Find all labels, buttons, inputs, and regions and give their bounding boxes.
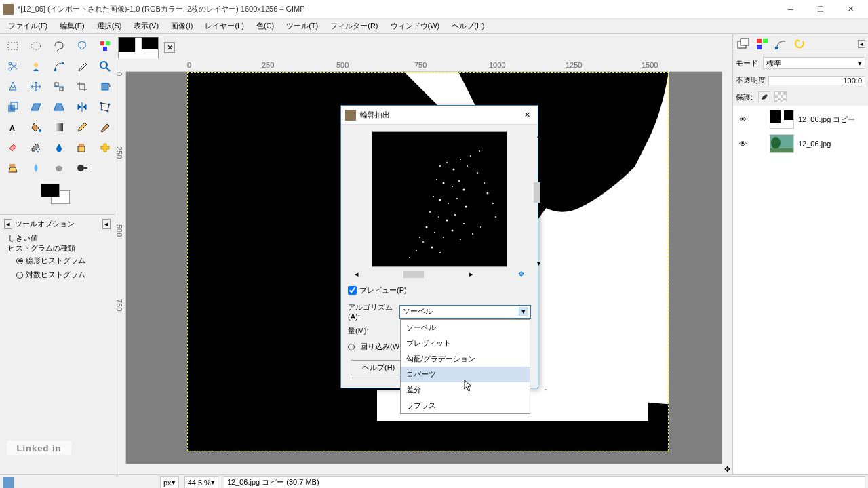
- tool-clone[interactable]: [72, 138, 92, 157]
- menu-color[interactable]: 色(C): [251, 20, 279, 33]
- menu-help[interactable]: ヘルプ(H): [446, 20, 490, 33]
- tool-scissors[interactable]: [3, 57, 23, 76]
- channels-tab-icon[interactable]: [755, 37, 770, 52]
- tool-cage[interactable]: [95, 98, 115, 117]
- opacity-value[interactable]: 100.0: [768, 76, 865, 85]
- menu-layer[interactable]: レイヤー(L): [199, 20, 249, 33]
- menu-edit[interactable]: 編集(E): [54, 20, 90, 33]
- dialog-close-button[interactable]: ✕: [520, 108, 534, 122]
- tool-blend[interactable]: [49, 118, 69, 137]
- tool-text[interactable]: A: [3, 118, 23, 137]
- eye-icon[interactable]: 👁: [737, 114, 748, 125]
- algorithm-select[interactable]: ソーベル ▾ ソーベル プレヴィット 勾配/グラデーション ロバーツ 差分 ラプ…: [399, 305, 531, 319]
- zoom-select[interactable]: 44.5 % ▾: [184, 476, 218, 489]
- statusbar-icon[interactable]: [3, 477, 14, 488]
- svg-point-66: [448, 203, 449, 204]
- tool-color-picker[interactable]: [72, 57, 92, 76]
- tool-rotate[interactable]: [95, 77, 115, 96]
- tool-bucket[interactable]: [26, 118, 46, 137]
- svg-point-59: [436, 179, 437, 180]
- preview-scroll-up[interactable]: ▴: [537, 131, 540, 139]
- option-laplace[interactable]: ラプラス: [401, 398, 530, 413]
- svg-point-57: [460, 159, 461, 160]
- tool-foreground[interactable]: [26, 57, 46, 76]
- tool-color-select[interactable]: [95, 37, 115, 56]
- tool-blur[interactable]: [26, 159, 46, 178]
- eye-icon[interactable]: 👁: [737, 138, 748, 149]
- lock-alpha-icon[interactable]: [774, 92, 787, 102]
- menu-view[interactable]: 表示(V): [128, 20, 164, 33]
- tool-paths[interactable]: [49, 57, 69, 76]
- option-differential[interactable]: 差分: [401, 382, 530, 398]
- menu-tools[interactable]: ツール(T): [281, 20, 323, 33]
- layer-row[interactable]: 👁 12_06.jpg: [734, 131, 867, 156]
- mode-select[interactable]: 標準▾: [763, 57, 865, 69]
- preview-scroll-thumb-v[interactable]: [534, 182, 540, 203]
- preview-scroll-left[interactable]: ◂: [355, 270, 359, 279]
- unit-select[interactable]: px ▾: [160, 476, 179, 489]
- menu-select[interactable]: 選択(S): [92, 20, 127, 33]
- nav-icon[interactable]: ✥: [722, 464, 732, 474]
- option-roberts[interactable]: ロバーツ: [401, 367, 530, 382]
- option-sobel[interactable]: ソーベル: [401, 320, 530, 336]
- lock-pixels-icon[interactable]: [758, 92, 770, 102]
- minimize-button[interactable]: ─: [776, 0, 806, 19]
- tool-align[interactable]: [49, 77, 69, 96]
- radio-log[interactable]: 対数ヒストグラム: [8, 268, 106, 282]
- tab-thumbnail[interactable]: [118, 37, 159, 58]
- preview-checkbox[interactable]: [348, 286, 357, 295]
- tool-move[interactable]: [26, 77, 46, 96]
- menu-file[interactable]: ファイル(F): [3, 20, 53, 33]
- layers-tab-icon[interactable]: [736, 37, 751, 52]
- tool-pencil[interactable]: [72, 118, 92, 137]
- preview-scroll-down[interactable]: ▾: [537, 260, 540, 267]
- tool-shear[interactable]: [26, 98, 46, 117]
- foreground-color[interactable]: [41, 184, 60, 197]
- undo-tab-icon[interactable]: [793, 37, 808, 52]
- tool-scale[interactable]: [3, 98, 23, 117]
- paths-tab-icon[interactable]: [774, 37, 789, 52]
- maximize-button[interactable]: ☐: [806, 0, 835, 19]
- svg-point-68: [465, 206, 467, 208]
- svg-rect-0: [8, 43, 18, 49]
- tool-eraser[interactable]: [3, 138, 23, 157]
- wrap-label[interactable]: 回り込み(W: [360, 342, 399, 352]
- option-prewitt[interactable]: プレヴィット: [401, 336, 530, 351]
- radio-linear[interactable]: 線形ヒストグラム: [8, 253, 106, 268]
- close-button[interactable]: ✕: [835, 0, 865, 19]
- tool-ellipse-select[interactable]: [26, 37, 46, 56]
- scrollbar-vertical[interactable]: [722, 72, 732, 464]
- option-gradient[interactable]: 勾配/グラデーション: [401, 351, 530, 367]
- menu-image[interactable]: 画像(I): [165, 20, 198, 33]
- preview-move-icon[interactable]: ✥: [518, 270, 524, 279]
- scrollbar-horizontal[interactable]: [126, 464, 722, 474]
- tool-perspective-clone[interactable]: [3, 159, 23, 178]
- svg-point-72: [454, 214, 456, 216]
- svg-rect-8: [54, 69, 56, 71]
- tool-fuzzy-select[interactable]: [72, 37, 92, 56]
- preview-scroll-thumb-h[interactable]: [403, 271, 424, 278]
- tab-close[interactable]: ✕: [164, 42, 175, 53]
- tool-crop[interactable]: [72, 77, 92, 96]
- tool-lasso[interactable]: [49, 37, 69, 56]
- tool-airbrush[interactable]: [26, 138, 46, 157]
- tool-ink[interactable]: [49, 138, 69, 157]
- tool-measure[interactable]: [3, 77, 23, 96]
- color-selector[interactable]: [0, 180, 115, 214]
- svg-point-56: [453, 169, 455, 171]
- tool-rect-select[interactable]: [3, 37, 23, 56]
- layer-row[interactable]: 👁 12_06.jpg コピー: [734, 107, 867, 131]
- tool-brush[interactable]: [95, 118, 115, 137]
- layer-thumbnail: [770, 110, 794, 129]
- help-button[interactable]: ヘルプ(H): [351, 360, 406, 375]
- tool-zoom[interactable]: [95, 57, 115, 76]
- menu-filters[interactable]: フィルター(R): [325, 20, 383, 33]
- tool-smudge[interactable]: [49, 159, 69, 178]
- preview-scroll-right[interactable]: ▸: [469, 270, 473, 279]
- tool-flip[interactable]: [72, 98, 92, 117]
- tool-perspective[interactable]: [49, 98, 69, 117]
- menu-windows[interactable]: ウィンドウ(W): [385, 20, 446, 33]
- tool-heal[interactable]: [95, 138, 115, 157]
- tool-dodge[interactable]: [72, 159, 92, 178]
- dock-menu-icon[interactable]: ◂: [858, 40, 865, 48]
